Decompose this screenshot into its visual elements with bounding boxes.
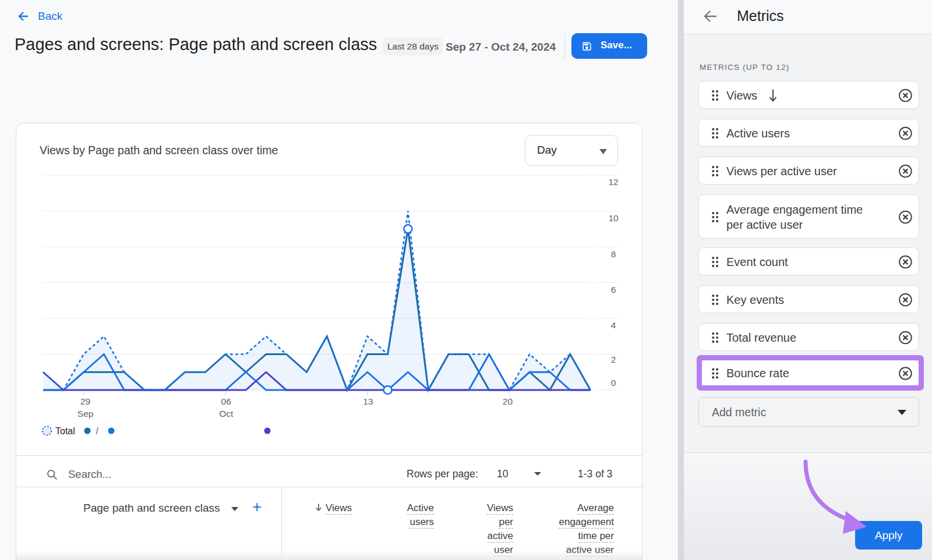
svg-text:Total: Total [55, 426, 75, 436]
svg-text:10: 10 [608, 213, 619, 223]
svg-text:2: 2 [611, 355, 616, 364]
svg-text:6: 6 [611, 285, 616, 295]
svg-text:0: 0 [611, 378, 616, 388]
svg-text:/: / [96, 426, 99, 436]
svg-text:20: 20 [503, 396, 513, 406]
svg-text:4: 4 [611, 320, 616, 330]
svg-text:12: 12 [608, 177, 618, 187]
svg-text:8: 8 [611, 249, 616, 259]
svg-text:Sep: Sep [77, 409, 94, 419]
svg-text:13: 13 [363, 396, 373, 406]
svg-text:Oct: Oct [219, 409, 234, 419]
svg-text:29: 29 [80, 396, 90, 406]
svg-text:06: 06 [221, 396, 231, 406]
